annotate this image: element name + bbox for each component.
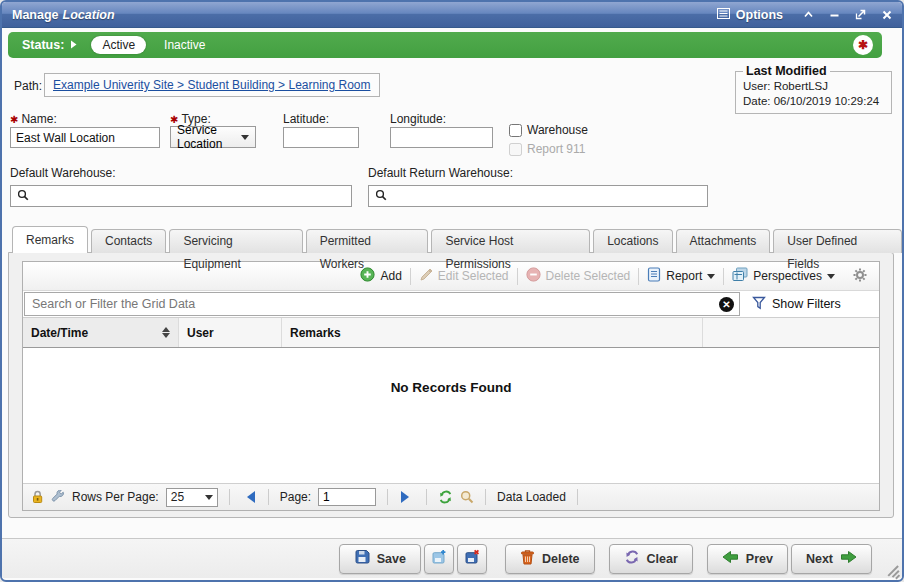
pager-divider (485, 489, 486, 505)
chevron-down-icon (707, 274, 715, 283)
column-header-empty (703, 318, 879, 347)
grid-body: No Records Found (23, 348, 879, 483)
default-return-warehouse-field (368, 185, 708, 207)
save-add-button[interactable] (424, 544, 454, 574)
grid-search-field: ✕ (24, 292, 740, 316)
default-warehouse-label: Default Warehouse: (10, 166, 116, 180)
manage-location-window: ManageLocation Options (0, 0, 904, 582)
edit-pencil-icon (419, 268, 433, 285)
close-icon[interactable] (882, 10, 892, 20)
resize-handle[interactable] (885, 563, 899, 577)
column-header-remarks[interactable]: Remarks (282, 318, 703, 347)
next-button[interactable]: Next (791, 544, 872, 574)
minimize-icon[interactable] (829, 10, 840, 19)
tab-contacts[interactable]: Contacts (91, 229, 166, 253)
default-return-warehouse-input[interactable] (392, 189, 707, 203)
window-title-entity: Location (63, 8, 115, 22)
status-option-active[interactable]: Active (91, 36, 146, 54)
titlebar: ManageLocation Options (2, 2, 902, 28)
no-records-message: No Records Found (23, 380, 879, 395)
status-option-inactive[interactable]: Inactive (164, 38, 205, 52)
clear-refresh-icon (624, 550, 640, 567)
next-page-icon[interactable] (401, 491, 415, 503)
page-number-input[interactable] (318, 488, 376, 506)
column-header-datetime[interactable]: Date/Time (23, 318, 179, 347)
delete-button[interactable]: Delete (505, 544, 595, 574)
report-icon (647, 267, 661, 285)
tab-service-host-permissions[interactable]: Service Host Permissions (431, 229, 590, 253)
remarks-grid: Add Edit Selected Delete Selected (22, 261, 880, 511)
tab-user-defined-fields[interactable]: User Defined Fields (773, 229, 902, 253)
trash-icon (520, 549, 535, 568)
previous-page-icon[interactable] (241, 491, 255, 503)
last-modified-panel: Last Modified User: RobertLSJ Date: 06/1… (735, 64, 892, 114)
arrow-right-icon (840, 550, 857, 567)
tab-servicing-equipment[interactable]: Servicing Equipment (169, 229, 302, 253)
required-legend-button[interactable]: ✱ (853, 35, 873, 55)
warehouse-checkbox[interactable] (509, 124, 522, 137)
collapse-icon[interactable] (803, 10, 814, 19)
search-icon (375, 187, 387, 205)
path-breadcrumb-link[interactable]: Example Univerity Site > Student Buildin… (53, 78, 371, 92)
warehouse-label: Warehouse (527, 123, 588, 137)
path-label: Path: (14, 79, 42, 93)
status-bar: Status: Active Inactive ✱ (8, 32, 882, 58)
sort-icon (162, 323, 170, 342)
funnel-icon (752, 296, 766, 313)
save-close-button[interactable] (457, 544, 487, 574)
show-filters-button[interactable]: Show Filters (740, 291, 841, 317)
tab-attachments[interactable]: Attachments (676, 229, 771, 253)
status-label: Status: (22, 38, 64, 52)
last-modified-user: User: RobertLSJ (743, 79, 884, 94)
last-modified-date: Date: 06/10/2019 10:29:24 (743, 94, 884, 109)
perspectives-icon (732, 267, 748, 285)
latitude-field[interactable] (283, 127, 359, 148)
chevron-down-icon (827, 274, 835, 283)
grid-settings-button[interactable] (843, 268, 873, 285)
lock-icon[interactable] (31, 490, 44, 504)
tab-permitted-workers[interactable]: Permitted Workers (306, 229, 429, 253)
tab-locations[interactable]: Locations (593, 229, 672, 253)
longitude-field[interactable] (390, 127, 493, 148)
type-select[interactable]: Service Location (170, 126, 256, 148)
default-warehouse-field (10, 185, 352, 207)
default-return-warehouse-label: Default Return Warehouse: (368, 166, 513, 180)
report-button[interactable]: Report (639, 267, 723, 285)
save-button[interactable]: Save (339, 544, 421, 574)
page-label: Page: (280, 490, 311, 504)
clear-search-icon[interactable]: ✕ (719, 297, 734, 312)
gear-icon (853, 271, 867, 285)
delete-selected-button[interactable]: Delete Selected (518, 267, 639, 285)
tab-remarks[interactable]: Remarks (12, 226, 88, 253)
rows-per-page-label: Rows Per Page: (72, 490, 159, 504)
column-header-user[interactable]: User (179, 318, 282, 347)
report911-label: Report 911 (527, 142, 585, 156)
grid-search-input[interactable] (25, 297, 719, 311)
refresh-icon[interactable] (438, 490, 453, 504)
window-title: ManageLocation (12, 8, 115, 22)
pager-status: Data Loaded (497, 490, 566, 504)
longitude-label: Longitude: (390, 112, 446, 126)
rows-per-page-select[interactable]: 25 (166, 488, 218, 507)
pager-divider (268, 489, 269, 505)
path-box: Example Univerity Site > Student Buildin… (44, 73, 380, 97)
prev-button[interactable]: Prev (707, 544, 788, 574)
default-warehouse-input[interactable] (34, 189, 351, 203)
zoom-search-icon[interactable] (460, 490, 474, 504)
status-arrow-icon (70, 38, 77, 52)
last-modified-legend: Last Modified (743, 64, 830, 78)
report911-checkbox (509, 143, 522, 156)
popout-icon[interactable] (855, 9, 867, 20)
clear-button[interactable]: Clear (609, 544, 693, 574)
save-x-floppy-icon (464, 549, 480, 568)
perspectives-button[interactable]: Perspectives (724, 267, 843, 285)
warehouse-checkbox-row: Warehouse (509, 123, 588, 137)
options-button[interactable]: Options (717, 8, 783, 22)
grid-pager: Rows Per Page: 25 Page: (23, 483, 879, 510)
footer-action-bar: Save Delete Clear (2, 538, 902, 578)
name-field[interactable] (10, 127, 160, 148)
wrench-icon[interactable] (51, 490, 65, 504)
chevron-down-icon (205, 495, 213, 504)
save-plus-floppy-icon (431, 549, 447, 568)
grid-header-row: Date/Time User Remarks (23, 318, 879, 348)
